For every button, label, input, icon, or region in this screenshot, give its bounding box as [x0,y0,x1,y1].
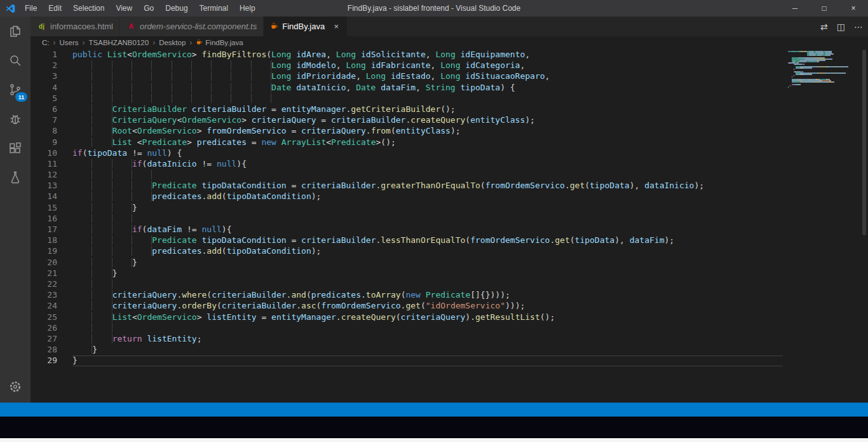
menu-view[interactable]: View [110,0,138,17]
line-number: 25 [31,312,72,323]
minimap-lines [788,51,859,88]
scrollbar-slider[interactable] [862,50,866,235]
settings-gear-icon[interactable] [0,372,31,401]
tab-informacoes-html[interactable]: djinformacoes.html [31,17,120,36]
code-line [72,323,783,334]
switch-editor-icon[interactable]: ⇄ [820,22,828,32]
java-file-icon [270,22,278,31]
debug-icon[interactable] [0,104,31,134]
line-number: 2 [31,60,72,71]
line-number: 4 [31,83,72,93]
line-number: 28 [31,345,72,356]
line-number: 7 [31,115,72,126]
extensions-icon[interactable] [0,134,31,163]
search-icon[interactable] [0,46,31,75]
code-line: if(dataInicio != null){ [72,159,783,170]
split-editor-icon[interactable]: ◫ [837,22,845,32]
menu-terminal[interactable]: Terminal [194,0,234,17]
line-number: 3 [31,71,72,82]
minimize-button[interactable]: ─ [780,0,810,17]
line-number: 10 [31,148,72,159]
code-line: } [72,203,783,214]
breadcrumb-item[interactable]: FindBy.java [194,39,244,46]
window-controls: ─ □ × [780,0,868,17]
angular-file-icon: A [126,23,136,30]
code-line: return listEntity; [72,334,783,345]
code-line: CriteriaQuery<OrdemServico> criteriaQuer… [72,115,783,126]
code-line: Predicate tipoDataCondition = criteriaBu… [72,181,783,191]
close-button[interactable]: × [839,0,868,17]
line-number-gutter[interactable]: 1234567891011121314151617181920212223242… [31,50,72,366]
line-number: 18 [31,235,72,246]
chevron-right-icon: › [188,38,193,47]
chevron-right-icon: › [81,38,86,47]
menu-edit[interactable]: Edit [43,0,67,17]
tab-close-icon[interactable]: × [332,22,341,31]
chevron-right-icon: › [52,38,57,47]
more-actions-icon[interactable]: ⋯ [854,22,863,32]
tab-ordem-servico-list-component-ts[interactable]: Aordem-servico-list.component.ts [120,17,264,36]
code-line: if(tipoData != null) { [72,148,783,159]
line-number: 12 [31,170,72,181]
code-line [72,214,783,224]
breadcrumb-item[interactable]: TSABHZANB0120 [88,39,151,46]
tab-label: informacoes.html [50,22,113,31]
line-number: 27 [31,334,72,345]
line-number: 20 [31,258,72,268]
tab-findby-java[interactable]: FindBy.java× [264,17,348,36]
title-bar: FindBy.java - sislabel frontend - Visual… [0,0,868,17]
minimap[interactable] [788,51,859,88]
code-line: Root<OrdemServico> fromOrdemServico = cr… [72,126,783,137]
line-number: 21 [31,268,72,279]
line-number: 17 [31,224,72,235]
source-control-icon[interactable]: 11 [0,75,31,104]
code-line: } [72,345,783,356]
code-line: } [72,258,783,268]
code-line [72,93,783,104]
maximize-button[interactable]: □ [810,0,839,17]
code-line: List <Predicate> predicates = new ArrayL… [72,137,783,148]
line-number: 1 [31,50,72,60]
code-line: criteriaQuery.orderBy(criteriaBuilder.as… [72,301,783,312]
line-number: 9 [31,137,72,148]
code-line: Predicate tipoDataCondition = criteriaBu… [72,235,783,246]
code-line: if(dataFim != null){ [72,224,783,235]
menu-debug[interactable]: Debug [159,0,193,17]
line-number: 5 [31,93,72,104]
breadcrumb-item[interactable]: Users [58,39,80,46]
code-lines[interactable]: public List<OrdemServico> findByFiltros(… [72,50,783,366]
code-line: Date dataInicio, Date dataFim, String ti… [72,83,783,93]
line-number: 24 [31,301,72,312]
code-line: Long idPrioridade, Long idEstado, Long i… [72,71,783,82]
menu-selection[interactable]: Selection [67,0,110,17]
tab-label: ordem-servico-list.component.ts [140,22,257,31]
minimap-line [788,86,859,88]
line-number: 15 [31,203,72,214]
line-number: 13 [31,181,72,191]
activity-bar: 11 [0,17,31,403]
breadcrumb-item[interactable]: C: [41,39,51,46]
below-window-area [0,417,868,438]
bottom-white-strip [0,438,868,442]
code-line: predicates.add(tipoDataCondition); [72,191,783,202]
menu-file[interactable]: File [19,0,43,17]
line-number: 26 [31,323,72,334]
test-beaker-icon[interactable] [0,163,31,192]
line-number: 8 [31,126,72,137]
code-line [72,170,783,181]
menu-go[interactable]: Go [138,0,159,17]
code-line: List<OrdemServico> listEntity = entityMa… [72,312,783,323]
code-editor[interactable]: 1234567891011121314151617181920212223242… [31,48,868,403]
code-line: } [72,356,783,366]
breadcrumb-item[interactable]: Desktop [158,39,187,46]
tab-bar: djinformacoes.htmlAordem-servico-list.co… [31,17,868,36]
line-number: 6 [31,104,72,115]
menu-help[interactable]: Help [234,0,261,17]
line-number: 11 [31,159,72,170]
menu-bar: FileEditSelectionViewGoDebugTerminalHelp [19,0,261,17]
code-line: Long idModelo, Long idFabricante, Long i… [72,60,783,71]
line-number: 23 [31,290,72,301]
breadcrumb: C:›Users›TSABHZANB0120›Desktop›FindBy.ja… [31,36,868,48]
explorer-icon[interactable] [0,17,31,46]
line-number: 14 [31,191,72,202]
